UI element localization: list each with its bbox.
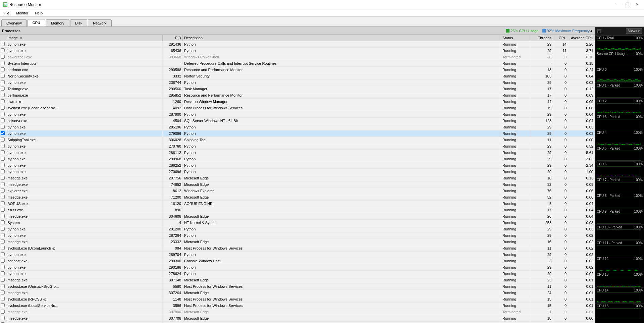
processes-section-header[interactable]: Processes 25% CPU Usage 92% Maximum Freq… [0, 27, 595, 35]
row-checkbox-cell[interactable] [0, 296, 6, 303]
row-checkbox[interactable] [1, 220, 5, 224]
table-row[interactable]: svchost.exe (LocalServiceNo... 3596 Host… [0, 303, 595, 309]
col-avgcpu-header[interactable]: Average CPU [568, 35, 595, 41]
row-checkbox[interactable] [1, 144, 5, 148]
table-row[interactable]: python.exe 290968 Python Running 29 0 3.… [0, 156, 595, 162]
tab-cpu[interactable]: CPU [28, 19, 45, 26]
row-checkbox-cell[interactable] [0, 118, 6, 124]
row-checkbox-cell[interactable] [0, 232, 6, 239]
row-checkbox-cell[interactable] [0, 252, 6, 258]
row-checkbox-cell[interactable] [0, 54, 6, 60]
table-row[interactable]: python.exe 289704 Python Running 29 0 0.… [0, 252, 595, 258]
row-checkbox[interactable] [1, 131, 5, 135]
row-checkbox[interactable] [1, 67, 5, 71]
menu-monitor[interactable]: Monitor [14, 10, 31, 16]
tab-disk[interactable]: Disk [70, 19, 87, 26]
table-row[interactable]: python.exe 287900 Python Running 29 0 0.… [0, 111, 595, 118]
tab-memory[interactable]: Memory [46, 19, 69, 26]
row-checkbox[interactable] [1, 214, 5, 218]
row-checkbox[interactable] [1, 138, 5, 142]
row-checkbox[interactable] [1, 284, 5, 288]
row-checkbox[interactable] [1, 87, 5, 91]
col-cpu-header[interactable]: CPU [553, 35, 568, 41]
table-row[interactable]: msedge.exe 307708 Microsoft Edge Running… [0, 315, 595, 322]
row-checkbox[interactable] [1, 252, 5, 256]
row-checkbox-cell[interactable] [0, 245, 6, 252]
table-row[interactable]: python.exe 270760 Python Running 29 0 6.… [0, 143, 595, 150]
row-checkbox-cell[interactable] [0, 290, 6, 296]
table-row[interactable]: python.exe 65436 Python Running 29 11 3.… [0, 48, 595, 54]
row-checkbox[interactable] [1, 125, 5, 129]
col-threads-header[interactable]: Threads [531, 35, 553, 41]
minimize-button[interactable]: — [614, 1, 623, 8]
table-row[interactable]: powershell.exe 303668 Windows PowerShell… [0, 54, 595, 60]
row-checkbox[interactable] [1, 227, 5, 231]
table-row[interactable]: explorer.exe 8612 Windows Explorer Runni… [0, 188, 595, 194]
row-checkbox-cell[interactable] [0, 156, 6, 162]
row-checkbox-cell[interactable] [0, 264, 6, 271]
table-row[interactable]: msedge.exe 23332 Microsoft Edge Running … [0, 239, 595, 245]
table-row[interactable]: csrss.exe 896 Running 17 0 0.04 [0, 207, 595, 213]
table-row[interactable]: python.exe 279096 Python Running 29 0 0.… [0, 130, 595, 137]
table-row[interactable]: python.exe 278624 Python Running 29 0 0.… [0, 271, 595, 277]
row-checkbox[interactable] [1, 169, 5, 173]
table-row[interactable]: dwm.exe 1260 Desktop Window Manager Runn… [0, 99, 595, 105]
menu-file[interactable]: File [1, 10, 11, 16]
row-checkbox-cell[interactable] [0, 60, 6, 67]
row-checkbox[interactable] [1, 55, 5, 59]
row-checkbox[interactable] [1, 182, 5, 186]
row-checkbox[interactable] [1, 112, 5, 116]
row-checkbox[interactable] [1, 106, 5, 110]
processes-table-container[interactable]: Image ▼ PID Description Status Threads C… [0, 35, 595, 323]
table-row[interactable]: msedge.exe 297756 Microsoft Edge Running… [0, 175, 595, 181]
row-checkbox[interactable] [1, 201, 5, 205]
row-checkbox-cell[interactable] [0, 271, 6, 277]
table-row[interactable]: svchost.exe (LocalServiceNo... 4092 Host… [0, 105, 595, 111]
table-row[interactable]: System Interrupts - Deferred Procedure C… [0, 60, 595, 67]
row-checkbox-cell[interactable] [0, 181, 6, 188]
table-row[interactable]: msedge.exe 71200 Microsoft Edge Running … [0, 194, 595, 201]
row-checkbox[interactable] [1, 316, 5, 320]
row-checkbox[interactable] [1, 163, 5, 167]
row-checkbox[interactable] [1, 246, 5, 250]
table-row[interactable]: msedge.exe 307148 Microsoft Edge Running… [0, 277, 595, 283]
row-checkbox[interactable] [1, 265, 5, 269]
row-checkbox[interactable] [1, 233, 5, 237]
table-row[interactable]: sqlservr.exe 4504 SQL Server Windows NT … [0, 118, 595, 124]
col-description-header[interactable]: Description [183, 35, 501, 41]
row-checkbox-cell[interactable] [0, 105, 6, 111]
row-checkbox[interactable] [1, 176, 5, 180]
row-checkbox[interactable] [1, 303, 5, 307]
table-row[interactable]: msedge.exe 307264 Microsoft Edge Running… [0, 290, 595, 296]
row-checkbox[interactable] [1, 150, 5, 154]
table-row[interactable]: python.exe 290188 Python Running 29 0 0.… [0, 264, 595, 271]
row-checkbox-cell[interactable] [0, 143, 6, 150]
row-checkbox-cell[interactable] [0, 213, 6, 220]
row-checkbox[interactable] [1, 290, 5, 294]
table-row[interactable]: python.exe 291436 Python Running 29 14 2… [0, 41, 595, 48]
table-row[interactable]: msedge.exe 74852 Microsoft Edge Running … [0, 181, 595, 188]
table-row[interactable]: perfmon.exe 295852 Resource and Performa… [0, 92, 595, 99]
row-checkbox-cell[interactable] [0, 207, 6, 213]
row-checkbox-cell[interactable] [0, 48, 6, 54]
row-checkbox-cell[interactable] [0, 303, 6, 309]
row-checkbox-cell[interactable] [0, 67, 6, 73]
row-checkbox-cell[interactable] [0, 322, 6, 323]
row-checkbox[interactable] [1, 297, 5, 301]
row-checkbox[interactable] [1, 118, 5, 122]
row-checkbox-cell[interactable] [0, 41, 6, 48]
row-checkbox[interactable] [1, 61, 5, 65]
table-row[interactable]: python.exe 270696 Python Running 29 0 1.… [0, 169, 595, 175]
table-row[interactable]: python.exe 286112 Python Running 29 0 5.… [0, 150, 595, 156]
table-row[interactable]: msedge.exe 304608 Microsoft Edge Running… [0, 213, 595, 220]
row-checkbox-cell[interactable] [0, 226, 6, 232]
row-checkbox-cell[interactable] [0, 309, 6, 315]
row-checkbox[interactable] [1, 189, 5, 193]
row-checkbox-cell[interactable] [0, 220, 6, 226]
expand-icon[interactable]: ▶ [597, 29, 601, 33]
row-checkbox-cell[interactable] [0, 124, 6, 130]
table-row[interactable]: python.exe 291200 Python Running 29 0 0.… [0, 226, 595, 232]
row-checkbox[interactable] [1, 271, 5, 275]
row-checkbox-cell[interactable] [0, 169, 6, 175]
row-checkbox-cell[interactable] [0, 201, 6, 207]
